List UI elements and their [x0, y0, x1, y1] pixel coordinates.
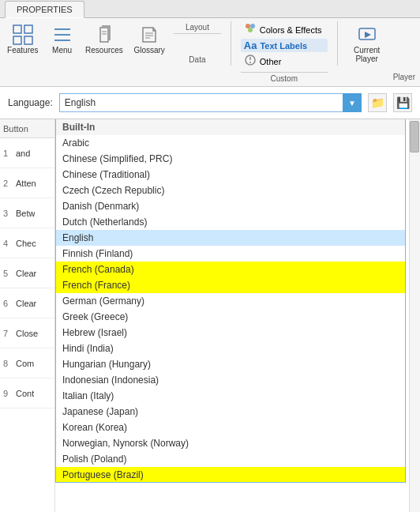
- row-num-3: 3: [3, 209, 13, 218]
- dropdown-item-french-france[interactable]: French (France): [56, 277, 405, 293]
- row-text-7: Close: [16, 329, 38, 338]
- divider-2: [337, 21, 338, 66]
- row-text-8: Com: [16, 359, 34, 368]
- language-dropdown-list: Built-InArabicChinese (Simplified, PRC)C…: [55, 119, 406, 483]
- row-num-2: 2: [3, 179, 13, 188]
- row-num-9: 9: [3, 389, 13, 398]
- colors-effects-icon: [244, 22, 257, 37]
- row-num-7: 7: [3, 329, 13, 338]
- row-text-3: Betw: [16, 209, 35, 218]
- current-player-label: Current Player: [354, 46, 380, 63]
- svg-rect-2: [13, 36, 21, 44]
- dropdown-item-dutch[interactable]: Dutch (Netherlands): [56, 214, 405, 230]
- glossary-icon: [138, 24, 160, 46]
- svg-marker-19: [365, 32, 371, 38]
- row-text-5: Clear: [16, 269, 36, 278]
- row-5: 5 Clear: [0, 258, 54, 288]
- folder-icon: 📁: [371, 96, 384, 109]
- menu-label: Menu: [52, 46, 72, 55]
- dropdown-item-polish[interactable]: Polish (Poland): [56, 451, 405, 467]
- colors-effects-button[interactable]: Colors & Effects: [241, 21, 328, 38]
- row-num-8: 8: [3, 359, 13, 368]
- language-row: Language: 📁 💾: [8, 93, 412, 112]
- dropdown-item-korean[interactable]: Korean (Korea): [56, 420, 405, 435]
- custom-section-label: Custom: [241, 72, 328, 83]
- text-labels-button[interactable]: Aa Text Labels: [241, 39, 328, 52]
- features-icon: [12, 24, 34, 46]
- row-8: 8 Com: [0, 348, 54, 378]
- dropdown-item-finnish[interactable]: Finnish (Finland): [56, 246, 405, 262]
- other-button[interactable]: Other: [241, 53, 328, 70]
- dropdown-item-chinese-traditional[interactable]: Chinese (Traditional): [56, 167, 405, 183]
- row-7: 7 Close: [0, 318, 54, 348]
- row-2: 2 Atten: [0, 168, 54, 198]
- row-1: 1 and: [0, 138, 54, 168]
- scrollbar-thumb[interactable]: [410, 121, 419, 152]
- features-label: Features: [7, 46, 38, 55]
- dropdown-item-english[interactable]: English: [56, 230, 405, 246]
- dropdown-item-indonesian[interactable]: Indonesian (Indonesia): [56, 372, 405, 388]
- resources-button[interactable]: Resources: [84, 21, 126, 57]
- dropdown-item-french-canada[interactable]: French (Canada): [56, 262, 405, 277]
- resources-label: Resources: [85, 46, 123, 55]
- row-num-1: 1: [3, 149, 13, 158]
- svg-rect-3: [24, 36, 32, 44]
- colors-effects-label: Colors & Effects: [260, 25, 322, 35]
- language-input[interactable]: [59, 93, 362, 112]
- dropdown-item-danish[interactable]: Danish (Denmark): [56, 198, 405, 214]
- svg-rect-0: [13, 25, 21, 33]
- dropdown-item-hungarian[interactable]: Hungarian (Hungary): [56, 356, 405, 372]
- dropdown-item-built-in[interactable]: Built-In: [56, 119, 405, 135]
- row-text-6: Clear: [16, 299, 36, 308]
- row-3: 3 Betw: [0, 198, 54, 228]
- dropdown-item-hindi[interactable]: Hindi (India): [56, 341, 405, 356]
- save-button[interactable]: 💾: [393, 93, 412, 112]
- dropdown-item-italian[interactable]: Italian (Italy): [56, 388, 405, 404]
- button-col-header: Button: [0, 119, 54, 138]
- left-column: Button 1 and 2 Atten 3 Betw 4 Chec 5 Cle…: [0, 119, 55, 512]
- dropdown-item-norwegian[interactable]: Norwegian, Nynorsk (Norway): [56, 435, 405, 451]
- dropdown-item-greek[interactable]: Greek (Greece): [56, 309, 405, 325]
- resources-icon: [93, 24, 115, 46]
- main-area: Button 1 and 2 Atten 3 Betw 4 Chec 5 Cle…: [0, 119, 420, 512]
- features-button[interactable]: Features: [5, 21, 41, 57]
- dropdown-item-german[interactable]: German (Germany): [56, 293, 405, 309]
- player-text-labels-section: Language: 📁 💾: [0, 87, 420, 119]
- row-num-5: 5: [3, 269, 13, 278]
- dropdown-item-japanese[interactable]: Japanese (Japan): [56, 404, 405, 420]
- row-text-1: and: [16, 149, 30, 158]
- menu-button[interactable]: Menu: [47, 21, 77, 57]
- svg-point-13: [250, 24, 255, 28]
- divider-1: [231, 21, 231, 66]
- current-player-button[interactable]: Current Player: [347, 21, 387, 66]
- current-player-icon: [356, 24, 378, 46]
- dropdown-item-arabic[interactable]: Arabic: [56, 135, 405, 151]
- dropdown-item-hebrew[interactable]: Hebrew (Israel): [56, 325, 405, 341]
- button-col-label: Button: [3, 124, 28, 134]
- scrollbar-track[interactable]: [409, 119, 420, 512]
- row-4: 4 Chec: [0, 228, 54, 258]
- svg-point-12: [246, 24, 250, 28]
- language-dropdown-arrow[interactable]: [343, 93, 362, 112]
- row-9: 9 Cont: [0, 378, 54, 408]
- player-section-label: Player: [393, 73, 415, 83]
- save-icon: 💾: [396, 96, 410, 109]
- toolbar: Features Menu R: [0, 18, 420, 87]
- dropdown-item-chinese-simplified[interactable]: Chinese (Simplified, PRC): [56, 151, 405, 167]
- other-label: Other: [260, 57, 282, 66]
- svg-rect-1: [24, 25, 32, 33]
- svg-point-14: [248, 28, 253, 32]
- text-labels-label: Text Labels: [260, 41, 307, 51]
- row-6: 6 Clear: [0, 288, 54, 318]
- data-label: Data: [174, 55, 221, 64]
- folder-button[interactable]: 📁: [368, 93, 387, 112]
- menu-icon: [51, 24, 73, 46]
- properties-tab[interactable]: PROPERTIES: [5, 1, 84, 18]
- layout-label: Layout: [174, 23, 221, 34]
- row-num-6: 6: [3, 299, 13, 308]
- dropdown-item-portuguese-brazil[interactable]: Portuguese (Brazil): [56, 467, 405, 483]
- dropdown-item-czech[interactable]: Czech (Czech Republic): [56, 183, 405, 198]
- app-window: PROPERTIES Features: [0, 0, 420, 512]
- row-text-4: Chec: [16, 239, 36, 248]
- glossary-button[interactable]: Glossary: [131, 21, 167, 57]
